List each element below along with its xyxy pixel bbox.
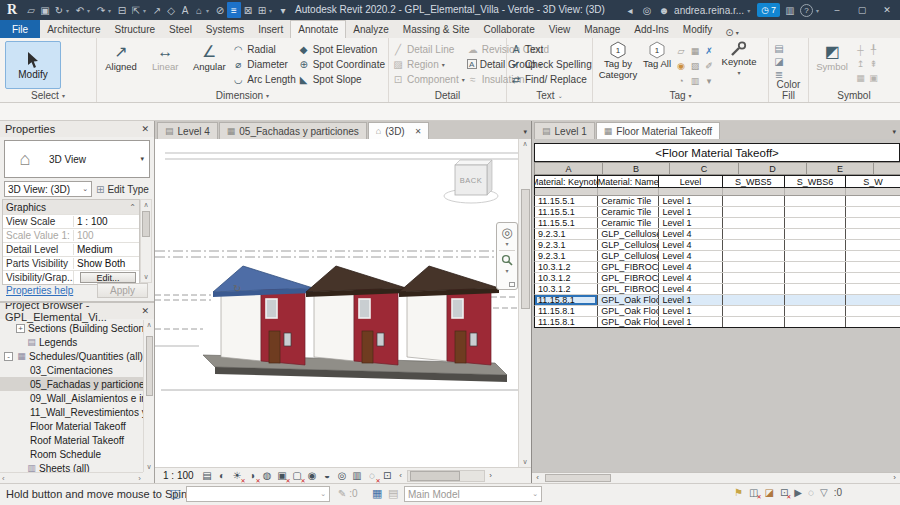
browser-item-schedules-quantities-all[interactable]: -▦Schedules/Quantities (all) xyxy=(0,349,143,363)
schedule-cell[interactable]: 10.3.1.2 xyxy=(535,273,598,283)
ribbon-tab-manage[interactable]: Manage xyxy=(577,20,627,38)
show-crop-icon[interactable]: ▢✕ xyxy=(290,469,305,483)
apply-button[interactable]: Apply xyxy=(97,283,148,298)
schedule-cell[interactable]: Ceramic Tile xyxy=(598,196,659,206)
schedule-cell-empty[interactable] xyxy=(723,229,785,239)
worksets-dialog-icon[interactable]: ▦ xyxy=(372,487,382,500)
rebar-symbol-icon[interactable]: ▦ xyxy=(854,71,867,85)
schedule-cell-empty[interactable] xyxy=(723,196,785,206)
schedule-cell-empty[interactable] xyxy=(846,284,900,294)
thin-lines-icon[interactable]: ≡ xyxy=(227,2,241,18)
design-options-select[interactable]: Main Model⌄ xyxy=(404,486,542,502)
column-header[interactable]: S_WBS6 xyxy=(785,176,846,187)
house-2-upper-window[interactable] xyxy=(359,299,370,318)
tree-expander-icon[interactable]: + xyxy=(16,324,25,333)
zoom-caret-icon[interactable]: ▾ xyxy=(505,267,508,274)
schedule-cell-empty[interactable] xyxy=(785,295,846,305)
scroll-up-icon[interactable]: ∧ xyxy=(143,200,148,210)
browser-item-floor-material-takeoff[interactable]: Floor Material Takeoff xyxy=(0,419,143,433)
tag-dropdown-icon[interactable]: ▾ xyxy=(702,73,716,88)
house-2-door[interactable] xyxy=(362,331,373,363)
select-panel-label[interactable]: Select▾ xyxy=(0,90,96,101)
space-tag-icon[interactable]: ▨ xyxy=(688,58,702,73)
ribbon-tab-systems[interactable]: Systems xyxy=(199,20,251,38)
measure-icon-dropdown[interactable]: ▾ xyxy=(143,7,150,14)
house-1-door[interactable] xyxy=(269,331,280,363)
schedule-cell-empty[interactable] xyxy=(723,273,785,283)
browser-item-legends[interactable]: ▤Legends xyxy=(0,335,143,349)
multi-category-tag-icon[interactable]: ▱ xyxy=(674,43,688,58)
app-store-icon[interactable]: ▥ xyxy=(783,2,797,18)
viewport-vscrollbar[interactable]: ∧ ∨ xyxy=(518,139,531,467)
view-instance-select[interactable]: 3D View: (3D)⌄ xyxy=(4,181,92,197)
ribbon-tab-modify[interactable]: Modify xyxy=(676,20,719,38)
schedule-cell[interactable]: GPL_FIBROC xyxy=(598,284,659,294)
schedule-cell-empty[interactable] xyxy=(785,317,846,327)
properties-scrollbar[interactable]: ∧ ∨ xyxy=(140,199,152,283)
help-dropdown-icon[interactable]: ▾ xyxy=(816,7,823,14)
diameter-button[interactable]: ⌀Diameter xyxy=(232,57,295,71)
user-name[interactable]: andrea.reina.r... xyxy=(674,5,744,16)
column-letter[interactable]: D xyxy=(739,162,807,175)
scroll-right-icon[interactable]: › xyxy=(138,474,141,483)
graphics-section-header[interactable]: Graphics⌃ xyxy=(3,200,139,214)
house-1-roof-selected[interactable] xyxy=(213,266,313,292)
spot-coordinate-button[interactable]: ⊕Spot Coordinate xyxy=(298,57,385,71)
schedule-cell-empty[interactable] xyxy=(846,306,900,316)
print-icon[interactable]: ⊟ xyxy=(115,2,129,18)
maximize-button[interactable]: ▢ xyxy=(851,0,873,20)
exclude-options-icon[interactable]: ⊡✕ xyxy=(780,487,788,498)
schedule-cell-empty[interactable] xyxy=(846,273,900,283)
schedule-cell-empty[interactable] xyxy=(846,317,900,327)
redo-icon[interactable]: ↷ xyxy=(94,2,108,18)
schedule-cell[interactable]: Level 1 xyxy=(659,218,722,228)
detail-line-button[interactable]: ╱Detail Line xyxy=(392,42,465,56)
schedule-cell-empty[interactable] xyxy=(723,218,785,228)
schedule-cell[interactable]: 10.3.1.2 xyxy=(535,284,598,294)
schedule-cell-empty[interactable] xyxy=(846,251,900,261)
filter-icon[interactable]: ▽ xyxy=(820,487,828,498)
detail-level-icon[interactable]: ▤ xyxy=(200,469,215,483)
schedule-cell-empty[interactable] xyxy=(723,295,785,305)
schedule-cell[interactable]: 11.15.5.1 xyxy=(535,196,598,206)
table-row[interactable]: 10.3.1.2GPL_FIBROCLevel 4 xyxy=(534,273,900,284)
scroll-up-icon[interactable]: ∧ xyxy=(522,139,527,149)
ribbon-tab-file[interactable]: File xyxy=(0,20,40,38)
schedule-cell-empty[interactable] xyxy=(785,273,846,283)
schedule-cell-empty[interactable] xyxy=(723,240,785,250)
sync-icon-dropdown[interactable]: ▾ xyxy=(66,7,73,14)
text-button[interactable]: AText xyxy=(510,42,592,56)
arc-length-button[interactable]: ◡Arc Length xyxy=(232,72,295,86)
table-row[interactable]: 9.2.3.1GLP_Cellulose FillLevel 4 xyxy=(534,240,900,251)
temporary-hide-isolate-icon[interactable]: ◒ xyxy=(320,469,335,483)
drawing-area[interactable]: BACK ↻ ◎ ▾ ▾ xyxy=(155,139,518,467)
schedule-cell[interactable]: 9.2.3.1 xyxy=(535,251,598,261)
editable-only-icon[interactable]: ⚑ xyxy=(734,487,743,498)
table-row[interactable]: 11.15.5.1Ceramic TileLevel 1 xyxy=(534,207,900,218)
house-3-side-wall[interactable] xyxy=(407,287,447,361)
schedule-cell[interactable]: GLP_Cellulose Fill xyxy=(598,229,659,239)
minimize-button[interactable]: – xyxy=(826,0,848,20)
column-letter[interactable]: C xyxy=(670,162,739,175)
schedule-cell[interactable]: Level 1 xyxy=(659,207,722,217)
house-2-side-wall[interactable] xyxy=(314,287,354,361)
column-letter[interactable]: B xyxy=(603,162,670,175)
schedule-cell-empty[interactable] xyxy=(846,240,900,250)
span-direction-icon[interactable]: ┼ xyxy=(854,43,867,57)
ribbon-tab-annotate[interactable]: Annotate xyxy=(290,20,346,38)
table-row[interactable]: 9.2.3.1GLP_Cellulose FillLevel 4 xyxy=(534,229,900,240)
view-reference-icon[interactable]: ✐ xyxy=(702,58,716,73)
scroll-left-icon[interactable]: ‹ xyxy=(2,474,5,483)
table-row[interactable]: 9.2.3.1GLP_Cellulose FillLevel 4 xyxy=(534,251,900,262)
view-tab-level-4[interactable]: ▤Level 4 xyxy=(157,122,218,139)
type-selector[interactable]: ⌂ 3D View ▾ xyxy=(4,140,150,178)
help-icon[interactable]: ? xyxy=(800,4,813,17)
property-value[interactable]: 1 : 100 xyxy=(73,216,139,227)
spot-elevation-button[interactable]: ◆Spot Elevation xyxy=(298,42,385,56)
ribbon-tab-add-ins[interactable]: Add-Ins xyxy=(627,20,675,38)
ribbon-toggle[interactable]: ⊙▾ xyxy=(725,27,742,38)
area-boundary-icon[interactable]: ⇞ xyxy=(867,57,880,71)
schedule-cell[interactable]: Ceramic Tile xyxy=(598,218,659,228)
search-icon[interactable]: ◎ xyxy=(640,2,654,18)
column-header[interactable]: S_W xyxy=(846,176,900,187)
